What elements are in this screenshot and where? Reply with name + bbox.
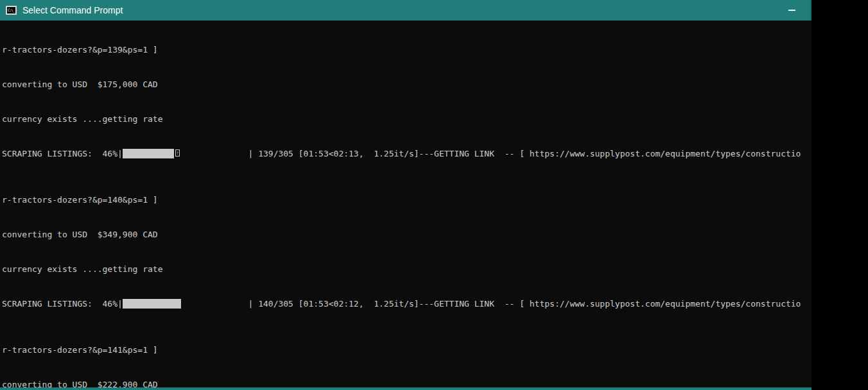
terminal-line-url-wrap: r-tractors-dozers?&p=140&ps=1 ] (2, 194, 812, 206)
command-prompt-window: Select Command Prompt r-tractors-dozers?… (0, 0, 812, 390)
terminal-line-converting: converting to USD $349,900 CAD (2, 229, 812, 241)
progress-bar-fill (123, 299, 181, 309)
console-output[interactable]: r-tractors-dozers?&p=139&ps=1 ] converti… (0, 21, 812, 390)
screen: Select Command Prompt r-tractors-dozers?… (0, 0, 868, 390)
caption-buttons (777, 0, 812, 21)
cmd-icon[interactable] (6, 6, 17, 15)
window-bottom-border (0, 387, 812, 390)
terminal-line-progress: SCRAPING LISTINGS: 46%|?| 139/305 [01:53… (2, 148, 812, 160)
titlebar[interactable]: Select Command Prompt (0, 0, 812, 21)
progress-bar-fill (123, 149, 174, 158)
progress-label: SCRAPING LISTINGS: 46%| (2, 299, 123, 309)
terminal-line-currency: currency exists ....getting rate (2, 264, 812, 275)
terminal-line-converting: converting to USD $175,000 CAD (2, 79, 812, 90)
desktop-background (812, 0, 868, 390)
progress-bar: ? (123, 149, 248, 158)
progress-bar: ? (123, 299, 248, 309)
minimize-icon (788, 10, 795, 11)
minimize-button[interactable] (777, 0, 806, 21)
terminal-line-currency: currency exists ....getting rate (2, 114, 812, 125)
progress-stats: | 140/305 [01:53<02:12, 1.25it/s]---GETT… (248, 299, 801, 309)
terminal-line-progress: SCRAPING LISTINGS: 46%|?| 140/305 [01:53… (2, 298, 812, 310)
terminal-line-url-wrap: r-tractors-dozers?&p=141&ps=1 ] (2, 344, 812, 356)
unknown-glyph-box: ? (175, 149, 180, 157)
window-title: Select Command Prompt (22, 5, 123, 15)
progress-label: SCRAPING LISTINGS: 46%| (2, 149, 123, 158)
progress-stats: | 139/305 [01:53<02:13, 1.25it/s]---GETT… (248, 149, 801, 158)
terminal-line-url-wrap: r-tractors-dozers?&p=139&ps=1 ] (2, 44, 812, 56)
